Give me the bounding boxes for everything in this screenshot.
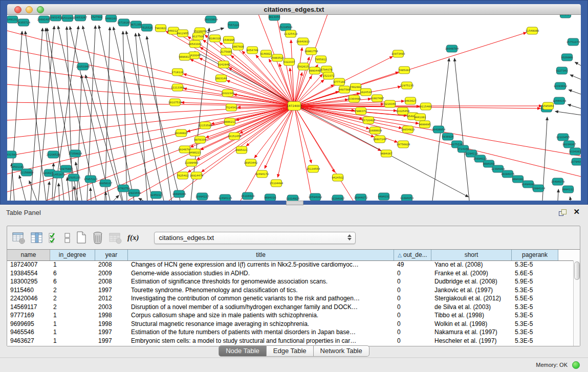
table-cell[interactable]: de Silva et al. (2003) <box>431 303 512 312</box>
table-row[interactable]: 2242004622012Investigating the contribut… <box>7 294 573 303</box>
network-node[interactable]: 8995021 <box>235 146 247 154</box>
table-cell[interactable]: 5.3E-5 <box>512 303 558 312</box>
table-cell[interactable]: 5.3E-5 <box>512 311 558 320</box>
network-node[interactable]: 14594062 <box>309 193 322 201</box>
network-node[interactable]: 8990448 <box>309 67 320 74</box>
network-node[interactable]: 16944072 <box>354 194 367 201</box>
table-cell[interactable]: 18724007 <box>7 260 50 269</box>
network-node[interactable]: 15720407 <box>362 117 375 124</box>
network-node[interactable]: 9699695 <box>419 121 430 128</box>
network-node[interactable]: 12494172 <box>255 170 269 178</box>
network-node[interactable]: 15751074 <box>567 38 580 46</box>
network-node[interactable]: 17957223 <box>84 176 97 183</box>
network-node[interactable]: 24355724 <box>17 19 31 26</box>
table-cell[interactable]: 0 <box>394 337 431 345</box>
float-window-icon[interactable] <box>559 209 567 216</box>
network-node[interactable]: 18724007 <box>287 102 302 111</box>
network-node[interactable]: 15626151 <box>297 63 310 70</box>
network-node[interactable]: 15218506 <box>279 24 292 31</box>
network-node[interactable]: 17359924 <box>69 150 82 157</box>
network-node[interactable]: 5322037 <box>283 58 295 65</box>
network-node[interactable]: 8186328 <box>209 35 221 42</box>
network-node[interactable]: 12494115 <box>219 194 232 201</box>
network-graph[interactable]: 2049131924355724206914062093141920531906… <box>7 15 581 201</box>
network-node[interactable]: 12923448 <box>127 189 141 196</box>
column-header-out_de[interactable]: △out_de... <box>394 250 431 260</box>
network-node[interactable]: 10973493 <box>391 50 405 57</box>
table-cell[interactable]: 9777169 <box>7 311 50 320</box>
table-cell[interactable]: 6 <box>50 277 95 286</box>
network-node[interactable]: 9684067 <box>380 150 392 157</box>
network-node[interactable]: 10794063 <box>571 158 581 165</box>
network-node[interactable]: 16914479 <box>190 172 203 179</box>
delete-trash-icon[interactable] <box>92 231 103 244</box>
network-node[interactable]: 9245012 <box>150 191 162 199</box>
table-cell[interactable]: Estimation of the future numbers of pati… <box>128 328 394 337</box>
table-cell[interactable]: 1997 <box>95 328 128 337</box>
table-cell[interactable]: Disruption of a novel member of a sodium… <box>128 303 394 312</box>
network-node[interactable]: 9329966 <box>561 54 573 61</box>
table-cell[interactable]: Tourette syndrome. Phenomenology and cla… <box>128 286 394 295</box>
table-cell[interactable]: Yano et al. (2008) <box>431 260 512 269</box>
network-node[interactable]: 19756928 <box>397 141 410 148</box>
network-node[interactable]: 11694053 <box>400 194 413 201</box>
network-node[interactable]: 7462662 <box>350 83 361 91</box>
network-node[interactable]: 16694086 <box>172 190 186 198</box>
rows-icon[interactable] <box>64 232 71 244</box>
table-cell[interactable]: 2008 <box>95 260 128 269</box>
table-cell[interactable]: 2008 <box>95 277 128 286</box>
table-cell[interactable]: 5.3E-5 <box>512 260 558 269</box>
network-node[interactable]: 6466160 <box>105 15 117 22</box>
table-cell[interactable]: 5.6E-5 <box>512 269 558 278</box>
table-cell[interactable]: Embryonic stem cells: a model to study s… <box>128 337 394 345</box>
table-cell[interactable]: 49 <box>394 260 431 269</box>
table-row[interactable]: 977716911998Corpus callosum shape and si… <box>7 311 573 320</box>
network-node[interactable]: 6216049 <box>384 100 396 107</box>
memory-ok-indicator-icon[interactable] <box>572 361 580 369</box>
table-cell[interactable]: 5.3E-5 <box>512 328 558 337</box>
network-node[interactable]: 7524542 <box>225 104 237 111</box>
network-node[interactable]: 93975887 <box>59 165 73 172</box>
network-node[interactable]: 12103455 <box>556 134 570 141</box>
column-header-name[interactable]: name <box>7 250 50 260</box>
import-table-disabled-icon[interactable] <box>109 232 122 244</box>
table-cell[interactable]: Wolkin et al. (1998) <box>431 320 512 329</box>
table-selector-dropdown[interactable]: citations_edges.txt <box>154 232 356 244</box>
network-node[interactable]: 1527602 <box>91 15 102 20</box>
network-node[interactable]: 10994227 <box>195 193 209 200</box>
network-node[interactable]: 5938924 <box>442 133 454 140</box>
network-node[interactable]: 9334061 <box>569 148 581 155</box>
network-node[interactable]: 19166827 <box>175 129 188 137</box>
network-node[interactable]: 12994104 <box>532 185 546 192</box>
table-cell[interactable]: Changes of HCN gene expression and I(f) … <box>128 260 394 269</box>
table-cell[interactable]: 5.3E-5 <box>512 320 558 329</box>
network-node[interactable]: 16151455 <box>228 133 241 140</box>
table-cell[interactable]: 2012 <box>95 294 128 303</box>
network-node[interactable]: 2718126 <box>171 69 183 76</box>
network-node[interactable]: 12444158 <box>553 97 566 104</box>
table-cell[interactable]: 1998 <box>95 311 128 320</box>
table-cell[interactable]: 0 <box>394 269 431 278</box>
network-node[interactable]: 9777169 <box>333 78 345 85</box>
network-node[interactable]: 8671358 <box>130 21 142 28</box>
table-cell[interactable]: 5.3E-5 <box>512 286 558 295</box>
close-panel-icon[interactable]: ✕ <box>573 207 580 216</box>
table-cell[interactable]: 9699695 <box>7 320 50 329</box>
table-cell[interactable]: 5.5E-5 <box>512 294 558 303</box>
network-node[interactable]: 8994112 <box>562 186 574 193</box>
network-node[interactable]: 10025458 <box>396 107 409 115</box>
network-node[interactable]: 7986372 <box>355 107 366 115</box>
network-node[interactable]: 10807487 <box>371 95 384 102</box>
table-cell[interactable]: 18300295 <box>7 277 50 286</box>
column-header-pagerank[interactable]: pagerank <box>512 250 558 260</box>
table-cell[interactable]: 0 <box>394 303 431 312</box>
table-cell[interactable]: 0 <box>394 277 431 286</box>
network-node[interactable]: 16782759 <box>117 185 130 192</box>
network-node[interactable]: 15104494 <box>270 180 284 187</box>
table-row[interactable]: 1456911722003Disruption of a novel membe… <box>7 303 573 312</box>
network-node[interactable]: 16408954 <box>432 126 446 133</box>
network-node[interactable]: 20531906 <box>61 15 74 21</box>
network-node[interactable]: 18543342 <box>188 40 202 48</box>
network-node[interactable]: 9894081 <box>512 176 524 183</box>
table-row[interactable]: 1830029562008Estimation of significance … <box>7 277 573 286</box>
